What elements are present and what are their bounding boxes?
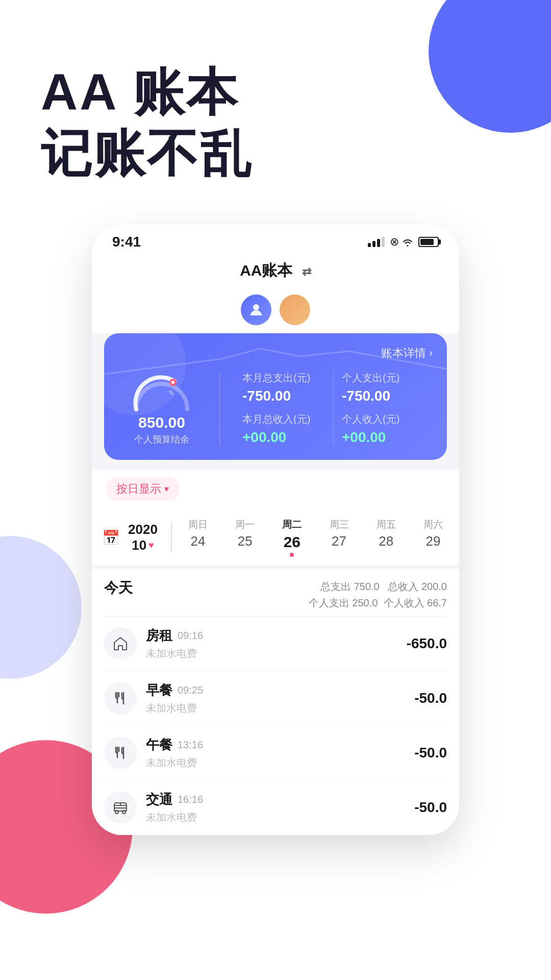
calendar-row: 📅 2020 10 ♥ 周日 24 周一 25 周二 26 周三 27 周五 2…: [92, 508, 459, 565]
app-title: AA账本: [240, 262, 292, 279]
txn-note-1: 未加水电费: [146, 701, 405, 715]
hero-title-line2: 记账不乱: [41, 122, 510, 184]
cal-day-24[interactable]: 周日 24: [182, 515, 214, 560]
txn-note-2: 未加水电费: [146, 756, 405, 770]
status-time: 9:41: [112, 234, 141, 250]
stats-col-right: 个人支出(元) -750.00 个人收入(元) +00.00: [334, 371, 433, 446]
card-divider-1: [219, 371, 220, 446]
txn-item-1[interactable]: 早餐 09:25 未加水电费 -50.0: [104, 671, 447, 726]
txn-item-3[interactable]: 交通 16:16 未加水电费 -50.0: [104, 780, 447, 835]
txn-name-1: 早餐: [146, 681, 172, 699]
txn-name-2: 午餐: [146, 736, 172, 754]
cal-month-num: 10 ♥: [132, 537, 154, 553]
cal-month-chevron[interactable]: ♥: [148, 540, 154, 551]
gauge-label: 个人预算结余: [134, 433, 189, 446]
filter-label: 按日显示: [116, 481, 161, 497]
txn-name-3: 交通: [146, 791, 172, 808]
txn-amount-3: -50.0: [414, 799, 447, 816]
cal-day-26[interactable]: 周二 26: [276, 515, 308, 560]
txn-icon-0: [104, 627, 137, 660]
txn-summary: 总支出 750.0 总收入 200.0 个人支出 250.0 个人收入 66.7: [309, 578, 447, 611]
avatar-1[interactable]: [241, 295, 271, 325]
hero-title-line1: AA 账本: [41, 61, 510, 122]
card-stats: 本月总支出(元) -750.00 本月总收入(元) +00.00 个人支出(元)…: [234, 371, 433, 446]
txn-note-0: 未加水电费: [146, 647, 397, 660]
txn-item-0[interactable]: 房租 09:16 未加水电费 -650.0: [104, 617, 447, 671]
cal-year: 2020: [128, 522, 158, 537]
txn-amount-1: -50.0: [414, 690, 447, 706]
txn-header: 今天 总支出 750.0 总收入 200.0 个人支出 250.0 个人收入 6…: [104, 569, 447, 617]
phone-mockup: 9:41 ⊗: [92, 225, 459, 835]
svg-text:✎: ✎: [168, 389, 174, 397]
txn-item-2[interactable]: 午餐 13:16 未加水电费 -50.0: [104, 726, 447, 780]
filter-row: 按日显示 ▾: [92, 470, 459, 508]
card-body: ✎ 850.00 个人预算结余 本月总支出(元) -750.00 本月总收入(元…: [118, 371, 433, 446]
personal-income-value: +00.00: [342, 429, 424, 446]
cal-divider: [171, 522, 172, 553]
stats-col-left: 本月总支出(元) -750.00 本月总收入(元) +00.00: [234, 371, 333, 446]
txn-time-2: 13:16: [178, 739, 203, 751]
main-card: 账本详情 › ✎ 85: [104, 333, 447, 460]
svg-point-12: [115, 811, 118, 814]
hero-section: AA 账本 记账不乱: [0, 0, 551, 214]
txn-icon-2: [104, 737, 137, 769]
transactions-section: 今天 总支出 750.0 总收入 200.0 个人支出 250.0 个人收入 6…: [92, 569, 459, 835]
phone-mockup-wrapper: 9:41 ⊗: [0, 225, 551, 835]
cal-day-29[interactable]: 周六 29: [417, 515, 449, 560]
app-header: AA账本 ⇄: [92, 255, 459, 289]
avatars-row: [92, 289, 459, 333]
svg-point-2: [171, 381, 174, 384]
calendar-icon: 📅: [102, 529, 120, 546]
gauge-section: ✎ 850.00 个人预算结余: [118, 371, 205, 446]
battery-icon: [418, 237, 439, 247]
personal-income-label: 个人收入(元): [342, 412, 424, 426]
total-income-label: 本月总收入(元): [242, 412, 325, 426]
personal-expense-value: -750.00: [342, 388, 424, 404]
txn-icon-1: [104, 682, 137, 715]
svg-point-0: [253, 304, 259, 310]
total-income-value: +00.00: [242, 429, 325, 446]
txn-time-1: 09:25: [178, 684, 203, 696]
txn-note-3: 未加水电费: [146, 811, 405, 824]
status-bar: 9:41 ⊗: [92, 225, 459, 255]
txn-amount-2: -50.0: [414, 745, 447, 761]
signal-icon: [368, 237, 385, 247]
txn-today-label: 今天: [104, 578, 133, 598]
gauge-value: 850.00: [138, 414, 185, 431]
txn-icon-3: [104, 791, 137, 824]
cal-day-28[interactable]: 周五 28: [370, 515, 402, 560]
switch-icon[interactable]: ⇄: [302, 265, 311, 279]
txn-name-0: 房租: [146, 627, 172, 645]
svg-point-13: [122, 811, 126, 814]
cal-month-display: 2020 10 ♥: [125, 522, 161, 553]
svg-point-1: [169, 379, 177, 386]
txn-time-3: 16:16: [178, 794, 203, 805]
avatar-2[interactable]: [280, 295, 310, 325]
txn-time-0: 09:16: [178, 630, 203, 642]
total-expense-value: -750.00: [242, 388, 325, 404]
cal-days: 周日 24 周一 25 周二 26 周三 27 周五 28 周六 29: [182, 515, 449, 560]
status-icons: ⊗: [368, 235, 439, 249]
cal-day-27[interactable]: 周三 27: [323, 515, 355, 560]
filter-chevron-icon: ▾: [164, 483, 169, 495]
cal-day-25[interactable]: 周一 25: [229, 515, 261, 560]
wifi-icon: ⊗: [390, 235, 413, 249]
txn-list: 房租 09:16 未加水电费 -650.0 早餐 09:25 未加水电费 -50…: [104, 617, 447, 835]
txn-amount-0: -650.0: [407, 635, 447, 652]
filter-button[interactable]: 按日显示 ▾: [106, 477, 179, 501]
